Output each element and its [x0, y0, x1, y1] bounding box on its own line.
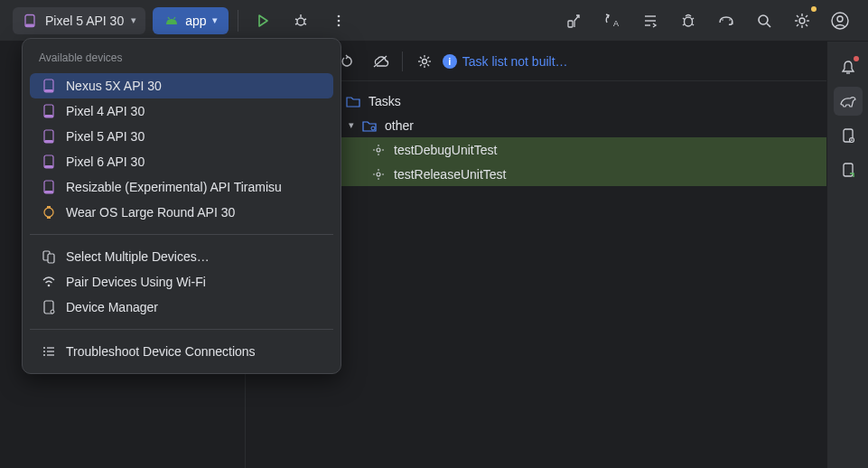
tree-label: testReleaseUnitTest: [394, 167, 507, 182]
svg-point-36: [832, 13, 848, 29]
divider: [402, 51, 403, 71]
device-icon: [22, 13, 38, 29]
device-option[interactable]: Pixel 6 API 30: [30, 149, 333, 174]
gradle-icon[interactable]: [834, 87, 863, 116]
device-option-label: Nexus 5X API 30: [66, 79, 162, 93]
action-label: Pair Devices Using Wi-Fi: [66, 275, 206, 289]
pair-wifi-devices[interactable]: Pair Devices Using Wi-Fi: [30, 269, 333, 295]
svg-point-23: [722, 19, 723, 21]
device-dropdown: Available devices Nexus 5X API 30 Pixel …: [22, 38, 341, 374]
device-option[interactable]: Resizable (Experimental) API Tiramisu: [30, 174, 333, 200]
info-icon: i: [443, 54, 457, 69]
account-icon[interactable]: [825, 5, 855, 36]
chevron-down-icon: ▾: [131, 14, 136, 26]
folder-icon: [345, 93, 361, 109]
svg-point-39: [422, 59, 426, 63]
debug-icon[interactable]: [673, 5, 704, 36]
gear-icon: [370, 142, 387, 158]
svg-rect-76: [47, 217, 51, 219]
build-icon[interactable]: [635, 5, 666, 36]
debug-button[interactable]: [285, 5, 316, 36]
device-manager[interactable]: Device Manager: [30, 295, 333, 320]
svg-line-33: [806, 24, 807, 26]
svg-rect-1: [25, 23, 34, 26]
select-multiple-devices[interactable]: Select Multiple Devices…: [30, 244, 333, 269]
device-option[interactable]: Nexus 5X API 30: [30, 73, 333, 98]
svg-rect-63: [844, 164, 853, 176]
svg-point-18: [685, 17, 693, 26]
svg-line-6: [295, 19, 298, 20]
multi-device-icon: [41, 248, 57, 265]
svg-point-82: [43, 347, 45, 349]
device-option-label: Resizable (Experimental) API Tiramisu: [66, 180, 282, 194]
svg-line-20: [692, 18, 694, 20]
sync-icon[interactable]: A: [597, 5, 628, 36]
svg-point-86: [43, 354, 45, 356]
action-label: Device Manager: [66, 300, 158, 314]
running-devices-icon[interactable]: [834, 155, 863, 184]
svg-line-35: [806, 15, 807, 17]
app-quality-icon[interactable]: [711, 5, 742, 36]
svg-point-10: [337, 14, 340, 17]
device-icon: [41, 103, 57, 119]
divider: [238, 10, 238, 32]
device-option-label: Pixel 5 API 30: [66, 129, 145, 144]
device-option-label: Pixel 6 API 30: [66, 154, 145, 169]
svg-point-4: [297, 18, 304, 25]
svg-line-22: [692, 23, 694, 25]
svg-point-25: [759, 15, 768, 24]
svg-rect-71: [44, 165, 53, 168]
device-option[interactable]: Pixel 5 API 30: [30, 124, 333, 149]
action-label: Select Multiple Devices…: [66, 249, 210, 264]
task-list-warning[interactable]: i Task list not built…: [443, 54, 568, 69]
svg-line-46: [420, 64, 422, 66]
notifications-icon[interactable]: [834, 52, 863, 81]
search-icon[interactable]: [749, 5, 779, 36]
svg-rect-73: [44, 191, 53, 193]
tree-label: testDebugUnitTest: [394, 143, 497, 157]
folder-gear-icon: [361, 117, 378, 134]
list-icon: [41, 343, 57, 360]
separator: [30, 329, 333, 330]
device-option[interactable]: Pixel 4 API 30: [30, 98, 333, 124]
svg-line-38: [374, 56, 387, 67]
run-button[interactable]: [247, 5, 278, 36]
svg-point-79: [48, 285, 51, 287]
svg-point-24: [729, 19, 731, 21]
svg-point-74: [44, 208, 53, 217]
svg-rect-13: [568, 21, 573, 27]
run-config-label: app: [185, 14, 206, 28]
gear-icon[interactable]: [410, 47, 439, 76]
main-toolbar: Pixel 5 API 30 ▾ app ▾ A: [0, 0, 868, 42]
device-icon: [41, 179, 57, 195]
device-option-label: Wear OS Large Round API 30: [66, 205, 235, 220]
run-config-selector[interactable]: app ▾: [153, 7, 228, 34]
device-manager-icon[interactable]: A: [834, 121, 863, 150]
svg-line-3: [174, 17, 176, 19]
more-actions-button[interactable]: [323, 5, 354, 36]
svg-line-47: [427, 57, 429, 59]
svg-line-34: [797, 24, 798, 26]
svg-rect-78: [48, 254, 54, 263]
svg-point-84: [43, 351, 45, 352]
settings-icon[interactable]: [787, 5, 817, 36]
svg-rect-65: [44, 89, 53, 92]
code-with-me-icon[interactable]: [559, 5, 590, 36]
svg-point-11: [337, 19, 340, 22]
device-icon: [41, 154, 57, 170]
svg-rect-75: [47, 206, 51, 208]
device-actions: Select Multiple Devices… Pair Devices Us…: [23, 240, 341, 323]
troubleshoot-connections[interactable]: Troubleshoot Device Connections: [30, 339, 333, 364]
svg-line-21: [683, 23, 685, 25]
device-option-label: Pixel 4 API 30: [66, 104, 145, 118]
offline-icon[interactable]: [366, 47, 395, 76]
svg-rect-67: [44, 115, 53, 117]
device-selector[interactable]: Pixel 5 API 30 ▾: [13, 7, 145, 34]
device-option[interactable]: Wear OS Large Round API 30: [30, 200, 333, 225]
svg-point-37: [837, 16, 843, 22]
svg-line-32: [797, 15, 798, 17]
device-icon: [41, 128, 57, 145]
svg-line-9: [303, 23, 306, 24]
right-tool-rail: A: [826, 42, 868, 468]
chevron-down-icon: ▾: [349, 119, 354, 131]
